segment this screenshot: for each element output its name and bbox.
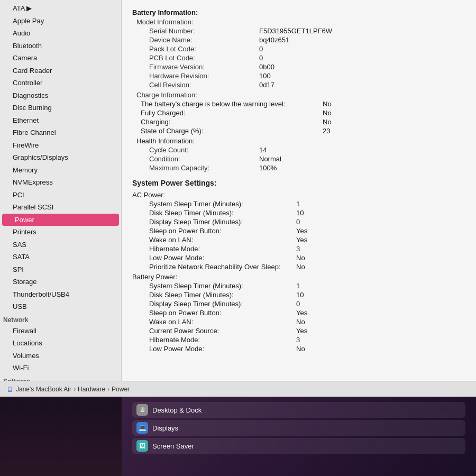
sidebar-item-parallelscsi[interactable]: Parallel SCSI (0, 201, 121, 214)
ac-low-power-row: Low Power Mode: No (132, 253, 465, 262)
ac-hibernate-label: Hibernate Mode: (132, 245, 296, 253)
cycle-count-row: Cycle Count: 14 (132, 145, 465, 154)
ac-hibernate-row: Hibernate Mode: 3 (132, 244, 465, 253)
cycle-count-label: Cycle Count: (132, 146, 259, 154)
bat-current-source-value: Yes (296, 327, 307, 335)
ac-display-sleep-value: 0 (296, 218, 300, 226)
bat-sleep-power-button-label: Sleep on Power Button: (132, 309, 296, 317)
sidebar-item-firewall[interactable]: Firewall (0, 325, 121, 337)
health-info-title-row: Health Information: (136, 136, 465, 145)
firmware-row: Firmware Version: 0b00 (132, 62, 465, 71)
sidebar-item-diagnostics[interactable]: Diagnostics (0, 89, 121, 102)
sidebar-item-firewire[interactable]: FireWire (0, 139, 121, 152)
sidebar-item-ata[interactable]: ATA ▶ (0, 2, 121, 15)
ac-disk-sleep-label: Disk Sleep Timer (Minutes): (132, 209, 296, 217)
serial-number-row: Serial Number: F5D31955GET1LPF6W (132, 26, 465, 35)
sidebar-item-applepay[interactable]: Apple Pay (0, 15, 121, 28)
serial-label: Serial Number: (132, 27, 259, 35)
sidebar-item-controller[interactable]: Controller (0, 77, 121, 89)
ac-power-title-row: AC Power: (132, 190, 465, 199)
bat-display-sleep-value: 0 (296, 300, 300, 308)
device-label: Device Name: (132, 36, 259, 44)
ac-sleep-power-button-value: Yes (296, 227, 307, 235)
hardware-rev-value: 100 (259, 72, 271, 80)
breadcrumb-sep-1: › (74, 386, 76, 393)
model-info-row: Model Information: (136, 17, 465, 26)
sidebar-item-audio[interactable]: Audio (0, 27, 121, 40)
ac-power-title: AC Power: (132, 191, 165, 199)
desktop-dock-label: Desktop & Dock (152, 406, 202, 414)
screensaver-icon: 🖼 (136, 440, 148, 452)
sidebar-item-camera[interactable]: Camera (0, 52, 121, 65)
pack-lot-value: 0 (259, 45, 263, 53)
model-info-label: Model Information: (136, 18, 263, 26)
breadcrumb-bar: 🖥 Jane's MacBook Air › Hardware › Power (0, 381, 476, 397)
sidebar-item-wifi[interactable]: Wi-Fi (0, 362, 121, 374)
device-name-row: Device Name: bq40z651 (132, 35, 465, 44)
battery-power-title: Battery Power: (132, 273, 177, 281)
pref-item-displays[interactable]: 💻 Displays (132, 420, 465, 436)
sidebar-item-locations[interactable]: Locations (0, 337, 121, 350)
displays-label: Displays (152, 424, 178, 432)
ac-wake-lan-label: Wake on LAN: (132, 236, 296, 244)
sidebar-section-network: Network (0, 313, 121, 325)
sidebar-item-bluetooth[interactable]: Bluetooth (0, 40, 121, 52)
sidebar-item-fibrechannel[interactable]: Fibre Channel (0, 126, 121, 139)
device-value: bq40z651 (259, 36, 289, 44)
sidebar-item-graphicsdisplays[interactable]: Graphics/Displays (0, 151, 121, 164)
sidebar-item-discburning[interactable]: Disc Burning (0, 102, 121, 114)
ac-disk-sleep-row: Disk Sleep Timer (Minutes): 10 (132, 208, 465, 217)
bat-disk-sleep-row: Disk Sleep Timer (Minutes): 10 (132, 290, 465, 299)
battery-power-title-row: Battery Power: (132, 272, 465, 281)
sidebar-item-ethernet[interactable]: Ethernet (0, 114, 121, 127)
sidebar-item-usb[interactable]: USB (0, 300, 121, 313)
bat-disk-sleep-label: Disk Sleep Timer (Minutes): (132, 291, 296, 299)
sidebar-item-volumes[interactable]: Volumes (0, 350, 121, 362)
charge-info-title-row: Charge Information: (136, 90, 465, 99)
ac-low-power-value: No (296, 254, 305, 262)
condition-label: Condition: (132, 155, 259, 163)
cell-rev-label: Cell Revision: (132, 81, 259, 89)
sidebar-item-sata[interactable]: SATA (0, 251, 121, 263)
pcb-lot-row: PCB Lot Code: 0 (132, 53, 465, 62)
bat-low-power-row: Low Power Mode: No (132, 344, 465, 353)
ac-low-power-label: Low Power Mode: (132, 254, 296, 262)
ac-sleep-power-button-row: Sleep on Power Button: Yes (132, 226, 465, 235)
sidebar-item-storage[interactable]: Storage (0, 276, 121, 288)
charging-row: Charging: No (132, 117, 465, 126)
ac-prioritize-row: Prioritize Network Reachability Over Sle… (132, 262, 465, 271)
sidebar-item-pci[interactable]: PCI (0, 189, 121, 202)
pack-lot-row: Pack Lot Code: 0 (132, 44, 465, 53)
ac-prioritize-value: No (296, 263, 305, 271)
sidebar-item-thunderbolt[interactable]: Thunderbolt/USB4 (0, 288, 121, 301)
bottom-left-dark (0, 397, 122, 476)
charging-label: Charging: (132, 118, 323, 126)
breadcrumb-computer: Jane's MacBook Air (16, 386, 71, 393)
bat-current-source-label: Current Power Source: (132, 327, 296, 335)
bat-wake-lan-row: Wake on LAN: No (132, 317, 465, 326)
state-of-charge-value: 23 (323, 127, 330, 135)
bat-disk-sleep-value: 10 (296, 291, 304, 299)
sidebar-item-power[interactable]: Power (2, 214, 119, 226)
ac-sleep-timer-label: System Sleep Timer (Minutes): (132, 200, 296, 208)
pref-item-desktop-dock[interactable]: 🖥 Desktop & Dock (132, 402, 465, 418)
bat-hibernate-row: Hibernate Mode: 3 (132, 335, 465, 344)
cell-rev-value: 0d17 (259, 81, 274, 89)
sidebar-item-nvmexpress[interactable]: NVMExpress (0, 176, 121, 189)
pcb-lot-value: 0 (259, 54, 263, 62)
sidebar-section-software: Software (0, 374, 121, 381)
displays-icon: 💻 (136, 422, 148, 434)
bat-display-sleep-label: Display Sleep Timer (Minutes): (132, 300, 296, 308)
pref-item-screensaver[interactable]: 🖼 Screen Saver (132, 438, 465, 454)
cell-rev-row: Cell Revision: 0d17 (132, 80, 465, 89)
bat-sleep-power-button-row: Sleep on Power Button: Yes (132, 308, 465, 317)
sidebar-item-printers[interactable]: Printers (0, 226, 121, 239)
hardware-rev-label: Hardware Revision: (132, 72, 259, 80)
sidebar-item-memory[interactable]: Memory (0, 164, 121, 177)
sidebar-item-spi[interactable]: SPI (0, 263, 121, 276)
sidebar-item-cardreader[interactable]: Card Reader (0, 65, 121, 77)
fully-charged-value: No (323, 109, 332, 117)
sidebar-item-sas[interactable]: SAS (0, 239, 121, 251)
max-capacity-row: Maximum Capacity: 100% (132, 163, 465, 172)
state-of-charge-label: State of Charge (%): (132, 127, 323, 135)
